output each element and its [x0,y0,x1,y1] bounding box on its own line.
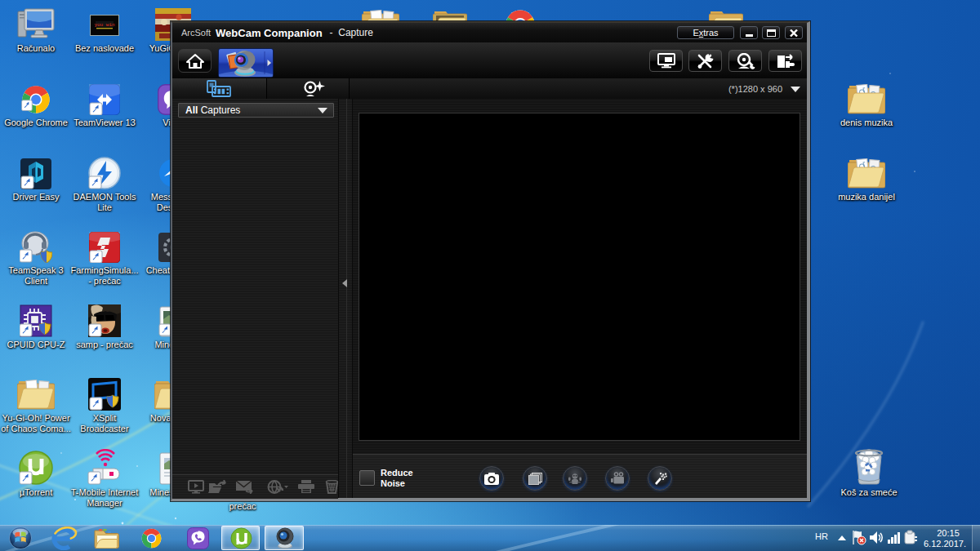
svg-text:you win: you win [94,22,115,28]
